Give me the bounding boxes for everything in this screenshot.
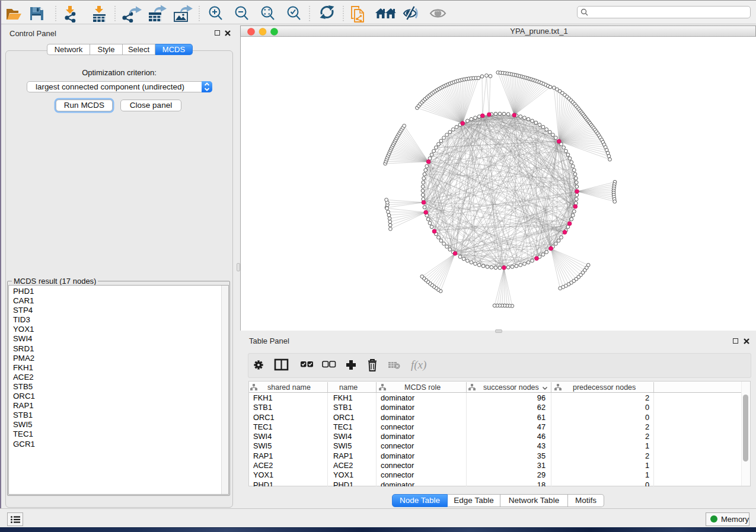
svg-text:f(x): f(x) <box>411 358 426 371</box>
